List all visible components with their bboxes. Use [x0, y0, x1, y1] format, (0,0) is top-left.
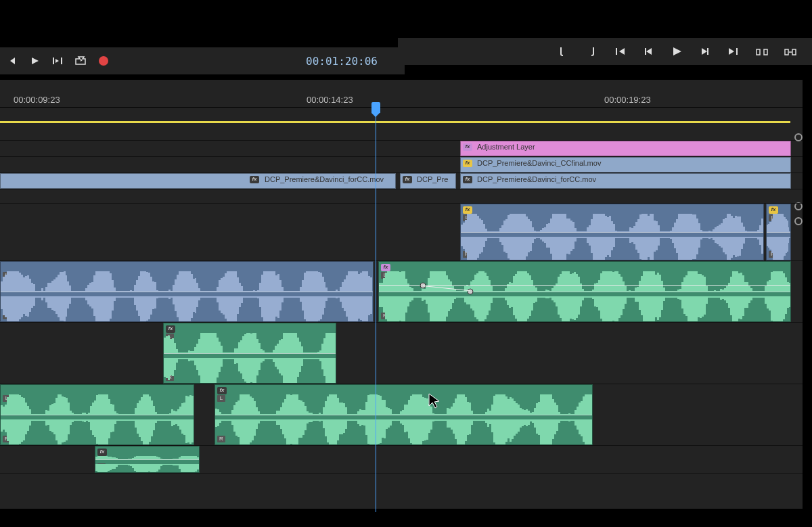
source-timecode[interactable]: 00:01:20:06: [306, 55, 378, 68]
work-area-bar[interactable]: [0, 121, 790, 123]
clip-audio[interactable]: fxLR: [215, 384, 593, 445]
clip-label: DCP_Premiere&Davinci_forCC.mov: [477, 175, 596, 183]
fx-badge-icon: fx: [463, 206, 472, 214]
time-label: 00:00:19:23: [604, 95, 651, 105]
svg-rect-1: [764, 49, 767, 55]
mark-in-button[interactable]: [556, 45, 570, 58]
playhead-handle[interactable]: [371, 102, 380, 113]
clip-audio[interactable]: fxLR: [460, 204, 764, 260]
clip-audio[interactable]: fxLR: [766, 204, 791, 260]
clip-video[interactable]: fx DCP_Pre: [400, 173, 456, 189]
time-label: 00:00:14:23: [307, 95, 353, 105]
clip-label: DCP_Pre: [417, 175, 448, 183]
clip-video[interactable]: fx DCP_Premiere&Davinci_forCC.mov: [460, 173, 791, 189]
play-button[interactable]: [28, 55, 41, 67]
tracks-area[interactable]: fx Adjustment Layer fx DCP_Premiere&Davi…: [0, 127, 803, 474]
play-button-program[interactable]: [670, 45, 683, 58]
clip-label: Adjustment Layer: [477, 143, 535, 151]
track-a1[interactable]: fxLRfxLR: [0, 204, 803, 261]
track-spacer: [0, 189, 803, 204]
play-in-out-button[interactable]: [51, 55, 64, 67]
track-a5[interactable]: fxR: [0, 446, 803, 474]
fx-badge-icon: fx: [217, 387, 227, 394]
timeline-ruler[interactable]: [0, 108, 803, 127]
keyframe[interactable]: [468, 289, 474, 295]
source-transport: 00:01:20:06: [0, 47, 405, 74]
clip-audio[interactable]: LR: [0, 261, 374, 322]
clip-audio[interactable]: fxR: [95, 446, 200, 473]
export-frame-button[interactable]: [74, 55, 87, 67]
step-forward-button[interactable]: [698, 45, 712, 58]
track-a3[interactable]: fxLR: [0, 323, 803, 384]
fx-badge-icon: fx: [463, 160, 472, 167]
fx-badge-icon: fx: [166, 325, 175, 333]
svg-rect-3: [792, 49, 796, 55]
go-to-out-button[interactable]: [727, 45, 740, 58]
playhead[interactable]: [376, 108, 376, 127]
mark-out-button[interactable]: [585, 45, 598, 58]
track-a2[interactable]: LRfxLR: [0, 261, 803, 323]
clip-video[interactable]: fx DCP_Premiere&Davinci_forCC.mov: [0, 173, 396, 189]
clip-audio[interactable]: fxLR: [163, 323, 336, 384]
program-transport: [398, 38, 812, 65]
fx-badge-icon: fx: [769, 206, 778, 214]
fx-badge-icon: fx: [250, 176, 259, 183]
prev-frame-button[interactable]: [5, 55, 18, 67]
time-label: 00:00:09:23: [14, 95, 60, 105]
track-v4[interactable]: [0, 127, 803, 141]
clip-label: DCP_Premiere&Davinci_forCC.mov: [265, 175, 384, 183]
clip-label: DCP_Premiere&Davinci_CCfinal.mov: [477, 159, 601, 167]
svg-rect-2: [785, 49, 788, 55]
timeline-panel[interactable]: 00:00:09:23 00:00:14:23 00:00:19:23 fx A…: [0, 80, 803, 509]
go-to-in-button[interactable]: [613, 45, 627, 58]
track-v3[interactable]: fx Adjustment Layer: [0, 141, 803, 157]
step-back-button[interactable]: [641, 45, 655, 58]
svg-rect-0: [757, 49, 760, 55]
fx-badge-icon: fx: [381, 264, 390, 271]
fx-badge-icon: fx: [463, 143, 472, 151]
track-v2[interactable]: fx DCP_Premiere&Davinci_CCfinal.mov: [0, 157, 803, 173]
timeline-header: 00:00:09:23 00:00:14:23 00:00:19:23: [0, 80, 803, 108]
track-v1[interactable]: fx DCP_Premiere&Davinci_forCC.mov fx DCP…: [0, 173, 803, 189]
clip-audio[interactable]: LR: [0, 384, 194, 445]
fx-badge-icon: fx: [463, 176, 472, 183]
clip-audio[interactable]: fxLR: [378, 261, 791, 322]
track-a4[interactable]: LRfxLR: [0, 384, 803, 446]
lift-button[interactable]: [755, 45, 769, 58]
playhead-line: [376, 127, 376, 512]
record-icon: [99, 56, 108, 66]
clip-adjustment-layer[interactable]: fx Adjustment Layer: [460, 141, 791, 156]
fx-badge-icon: fx: [403, 176, 412, 183]
extract-button[interactable]: [784, 45, 797, 58]
clip-video[interactable]: fx DCP_Premiere&Davinci_CCfinal.mov: [460, 157, 791, 173]
fx-badge-icon: fx: [97, 449, 107, 456]
record-button[interactable]: [97, 55, 110, 67]
